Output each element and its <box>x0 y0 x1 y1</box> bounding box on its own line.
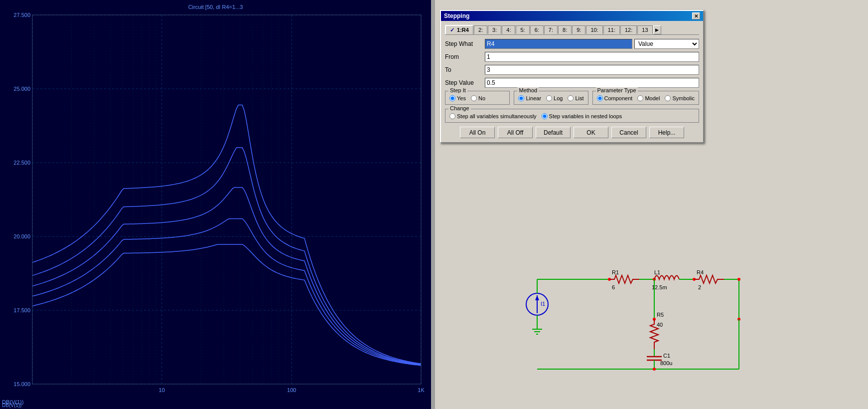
tab-label-8: 8: <box>563 27 567 33</box>
param-model-radio[interactable] <box>637 95 643 101</box>
step-what-input[interactable] <box>485 39 632 49</box>
tab-label-9: 9: <box>577 27 581 33</box>
tab-2[interactable]: 2: <box>474 25 487 34</box>
panel-divider <box>431 0 435 409</box>
step-it-no-label[interactable]: No <box>471 95 485 101</box>
dialog-close-button[interactable]: ✕ <box>692 12 700 19</box>
svg-text:R1: R1 <box>612 269 619 275</box>
param-component-text: Component <box>604 95 633 101</box>
tab-9[interactable]: 9: <box>572 25 585 34</box>
method-log-label[interactable]: Log <box>546 95 563 101</box>
to-input[interactable] <box>485 65 699 75</box>
tab-1[interactable]: ✓ 1:R4 <box>445 25 473 34</box>
svg-text:R4: R4 <box>697 269 704 275</box>
tab-12[interactable]: 12: <box>620 25 637 34</box>
stepping-dialog: Stepping ✕ ✓ 1:R4 2: 3: 4: 5: 6: 7: 8: 9… <box>440 10 704 143</box>
help-button[interactable]: Help... <box>649 127 684 138</box>
method-log-text: Log <box>554 95 563 101</box>
from-label: From <box>445 53 485 60</box>
svg-text:R5: R5 <box>657 312 664 318</box>
step-it-yes-radio[interactable] <box>449 95 455 101</box>
right-panel: Stepping ✕ ✓ 1:R4 2: 3: 4: 5: 6: 7: 8: 9… <box>435 0 868 409</box>
param-component-radio[interactable] <box>597 95 603 101</box>
step-it-yes-label[interactable]: Yes <box>449 95 466 101</box>
tab-label-1: 1:R4 <box>457 27 469 33</box>
buttons-row: All On All Off Default OK Cancel Help... <box>445 127 699 138</box>
tab-3[interactable]: 3: <box>488 25 501 34</box>
param-symbolic-radio[interactable] <box>665 95 671 101</box>
step-value-input[interactable] <box>485 78 699 88</box>
tab-5[interactable]: 5: <box>516 25 529 34</box>
tab-13[interactable]: 13 <box>637 25 652 34</box>
tab-nav-forward[interactable]: ▶ <box>653 25 661 34</box>
default-button[interactable]: Default <box>536 127 571 138</box>
cancel-button[interactable]: Cancel <box>611 127 646 138</box>
change-simultaneous-label[interactable]: Step all variables simultaneously <box>449 113 537 119</box>
svg-rect-0 <box>510 239 749 399</box>
change-nested-text: Step variables in nested loops <box>549 113 622 119</box>
change-group: Change Step all variables simultaneously… <box>445 109 699 123</box>
tab-8[interactable]: 8: <box>558 25 572 34</box>
param-symbolic-text: Symbolic <box>672 95 695 101</box>
tab-10[interactable]: 10: <box>586 25 602 34</box>
tab-label-5: 5: <box>520 27 525 33</box>
step-it-radio-row: Yes No <box>449 95 505 101</box>
from-row: From <box>445 52 699 62</box>
tab-label-13: 13 <box>642 27 648 33</box>
step-value-row: Step Value <box>445 78 699 88</box>
tab-4[interactable]: 4: <box>502 25 515 34</box>
to-label: To <box>445 66 485 73</box>
svg-text:2: 2 <box>698 284 701 290</box>
param-component-label[interactable]: Component <box>597 95 633 101</box>
change-simultaneous-radio[interactable] <box>449 113 455 119</box>
tab-label-12: 12: <box>625 27 632 33</box>
param-type-group: Parameter Type Component Model Symbol <box>592 91 699 105</box>
method-linear-label[interactable]: Linear <box>518 95 541 101</box>
change-nested-label[interactable]: Step variables in nested loops <box>542 113 622 119</box>
step-it-group: Step It Yes No <box>445 91 510 105</box>
param-model-label[interactable]: Model <box>637 95 660 101</box>
tab-label-4: 4: <box>506 27 511 33</box>
dialog-title: Stepping <box>444 12 469 19</box>
param-type-radio-row: Component Model Symbolic <box>597 95 695 101</box>
method-linear-radio[interactable] <box>518 95 524 101</box>
change-nested-radio[interactable] <box>542 113 548 119</box>
method-list-radio[interactable] <box>568 95 574 101</box>
svg-text:6: 6 <box>612 284 615 290</box>
graph-canvas <box>0 0 431 409</box>
svg-point-24 <box>737 278 740 281</box>
svg-text:I1: I1 <box>541 301 545 307</box>
all-off-button[interactable]: All Off <box>498 127 533 138</box>
param-symbolic-label[interactable]: Symbolic <box>665 95 695 101</box>
param-model-text: Model <box>645 95 660 101</box>
group-row: Step It Yes No Method <box>445 91 699 105</box>
tab-11[interactable]: 11: <box>603 25 620 34</box>
tab-label-2: 2: <box>478 27 483 33</box>
step-it-legend: Step It <box>448 87 467 93</box>
method-group: Method Linear Log List <box>514 91 588 105</box>
from-input[interactable] <box>485 52 699 62</box>
tab-label-3: 3: <box>492 27 497 33</box>
schematic-area: I1 R1 6 L1 12.5m <box>510 190 858 399</box>
svg-text:800u: 800u <box>660 360 672 366</box>
change-simultaneous-text: Step all variables simultaneously <box>457 113 537 119</box>
tab-7[interactable]: 7: <box>544 25 558 34</box>
to-row: To <box>445 65 699 75</box>
step-it-no-radio[interactable] <box>471 95 477 101</box>
method-legend: Method <box>517 87 539 93</box>
method-linear-text: Linear <box>526 95 541 101</box>
step-what-row: Step What Value Device Parameter Model P… <box>445 39 699 49</box>
change-radio-row: Step all variables simultaneously Step v… <box>449 113 695 119</box>
ok-button[interactable]: OK <box>574 127 608 138</box>
method-radio-row: Linear Log List <box>518 95 583 101</box>
all-on-button[interactable]: All On <box>460 127 495 138</box>
schematic-svg: I1 R1 6 L1 12.5m <box>510 239 749 399</box>
tab-label-6: 6: <box>535 27 539 33</box>
step-what-type-select[interactable]: Value Device Parameter Model Parameter <box>634 39 699 49</box>
tab-6[interactable]: 6: <box>530 25 544 34</box>
method-log-radio[interactable] <box>546 95 552 101</box>
svg-point-34 <box>653 368 656 371</box>
method-list-text: List <box>575 95 583 101</box>
db-label: DB(V(1)) <box>2 403 21 408</box>
method-list-label[interactable]: List <box>568 95 583 101</box>
